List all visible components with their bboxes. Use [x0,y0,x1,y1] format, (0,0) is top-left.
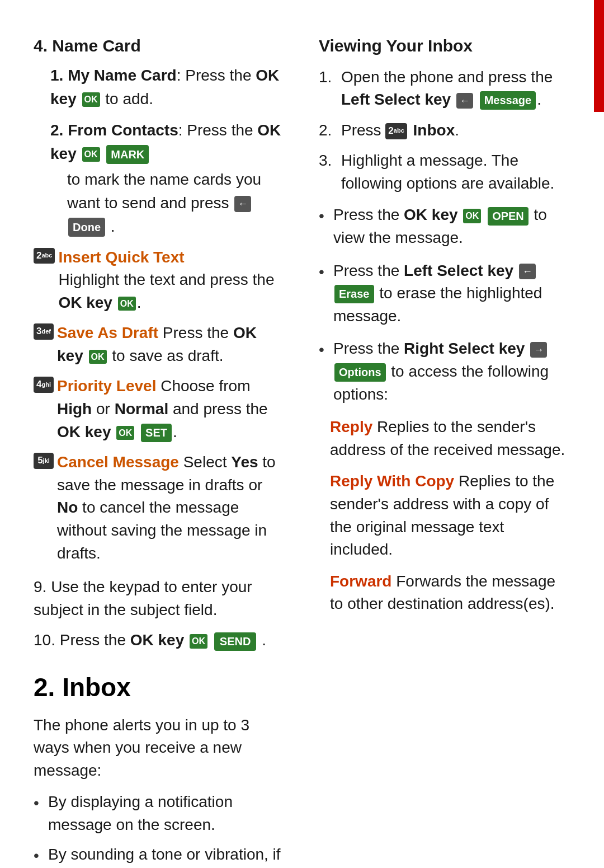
insert-quick-text-content: Insert Quick Text Highlight the text and… [58,246,285,315]
inbox-bullet-list: • By displaying a notification message o… [34,791,285,868]
item1-bold-label: My Name Card [68,67,177,84]
ok-badge-10: OK [190,634,207,648]
cancel-message-item: 5jkl Cancel Message Select Yes to save t… [34,451,285,565]
viewing-inbox-heading: Viewing Your Inbox [319,34,570,58]
inbox-bullet-1-text: By displaying a notification message on … [48,791,285,836]
priority-level-item: 4ghi Priority Level Choose from High or … [34,375,285,443]
right-column: Viewing Your Inbox 1. Open the phone and… [319,34,570,868]
inbox-intro: The phone alerts you in up to 3 ways whe… [34,714,285,782]
reply-title-1: Reply [330,418,372,435]
bullet-dot-1: • [34,792,41,815]
inbox-bullet-1: • By displaying a notification message o… [34,791,285,836]
ok-badge-view: OK [463,209,481,223]
viewing-step-2: 2. Press 2abc Inbox. [319,119,570,142]
item1-rest: to add. [101,90,153,107]
viewing-bullet-1-text: Press the OK key OK OPEN to view the mes… [333,204,570,249]
inbox-section: 2. Inbox The phone alerts you in up to 3… [34,669,285,868]
viewing-inbox-steps: 1. Open the phone and press the Left Sel… [319,66,570,195]
step3-text: Highlight a message. The following optio… [341,149,570,195]
name-card-item-2: 2. From Contacts: Press the OK key OK MA… [34,119,285,238]
reply-item-1: Reply Replies to the sender's address of… [319,416,570,461]
inbox-bullet-2: • By sounding a tone or vibration, if se… [34,843,285,868]
left-column: 4. Name Card 1. My Name Card: Press the … [34,34,285,868]
name-card-heading: 4. Name Card [34,34,285,58]
insert-quick-text-desc: Highlight the text and press the OK key … [58,269,285,314]
viewing-bullet-3-text: Press the Right Select key → Options to … [333,337,570,406]
viewing-bullet-3: • Press the Right Select key → Options t… [319,337,570,406]
right-arrow-options: → [530,342,547,358]
insert-quick-text-num-badge: 2abc [34,248,55,264]
item2-continuation: to mark the name cards you want to send … [50,168,285,238]
inbox-heading: 2. Inbox [34,669,285,706]
step10-num: 10. [34,631,60,649]
left-arrow-erase: ← [519,264,536,279]
options-badge: Options [334,363,386,382]
viewing-bullet-2-text: Press the Left Select key ← Erase to era… [333,260,570,328]
step2-text: Press 2abc Inbox. [341,119,459,142]
step10-text: Press the OK key OK SEND . [60,631,266,649]
left-arrow-msg: ← [456,93,473,109]
mark-badge: MARK [106,145,149,164]
item2-bold-label: From Contacts [68,121,178,139]
reply-title-2: Reply With Copy [330,472,454,490]
bullet-dot-v2: • [319,261,327,284]
cancel-message-label: Cancel Message [57,453,179,471]
item2-num: 2. [50,121,68,139]
viewing-bullet-1: • Press the OK key OK OPEN to view the m… [319,204,570,249]
viewing-step-3: 3. Highlight a message. The following op… [319,149,570,195]
viewing-step-1: 1. Open the phone and press the Left Sel… [319,66,570,111]
name-card-section: 4. Name Card 1. My Name Card: Press the … [34,34,285,565]
step9-num: 9. [34,578,51,595]
inbox-bullet-2-text: By sounding a tone or vibration, if set. [48,843,285,868]
reply-item-3: Forward Forwards the message to other de… [319,570,570,616]
priority-level-content: Priority Level Choose from High or Norma… [57,375,285,443]
name-card-item-1: 1. My Name Card: Press the OK key OK to … [34,64,285,111]
step-10: 10. Press the OK key OK SEND . [34,629,285,652]
message-badge: Message [480,91,536,110]
done-badge: Done [68,218,105,237]
bullet-dot-v3: • [319,339,327,362]
viewing-inbox-bullets: • Press the OK key OK OPEN to view the m… [319,204,570,406]
red-bar-decoration [594,0,604,112]
step2-num-badge: 2abc [385,123,407,139]
ok-badge-1: OK [82,92,100,107]
ok-badge-pl: OK [116,426,134,440]
step1-num: 1. [319,66,336,89]
bullet-dot-2: • [34,844,41,867]
save-as-draft-label: Save As Draft [57,324,158,341]
step1-text: Open the phone and press the Left Select… [341,66,570,111]
save-as-draft-content: Save As Draft Press the OK key OK to sav… [57,322,285,367]
send-badge: SEND [214,632,257,651]
viewing-bullet-2: • Press the Left Select key ← Erase to e… [319,260,570,328]
priority-level-label: Priority Level [57,377,156,395]
reply-options-section: Reply Replies to the sender's address of… [319,416,570,616]
content-columns: 4. Name Card 1. My Name Card: Press the … [34,34,570,868]
insert-quick-text-item: 2abc Insert Quick Text Highlight the tex… [34,246,285,315]
cancel-message-num-badge: 5jkl [34,453,54,469]
step2-num: 2. [319,119,336,142]
cancel-message-content: Cancel Message Select Yes to save the me… [57,451,285,565]
step3-num: 3. [319,149,336,172]
left-arrow-done: ← [234,196,251,212]
reply-title-3: Forward [330,573,391,590]
insert-quick-text-label: Insert Quick Text [58,248,184,266]
page: 4. Name Card 1. My Name Card: Press the … [0,0,604,868]
set-badge: SET [141,424,172,442]
priority-level-num-badge: 4ghi [34,377,54,393]
reply-item-2: Reply With Copy Replies to the sender's … [319,470,570,561]
ok-badge-iqt: OK [118,297,136,311]
step9-text: Use the keypad to enter your subject in … [34,578,252,618]
save-as-draft-item: 3def Save As Draft Press the OK key OK t… [34,322,285,367]
save-as-draft-num-badge: 3def [34,323,54,340]
step-9: 9. Use the keypad to enter your subject … [34,576,285,621]
ok-badge-sad: OK [89,350,107,364]
item1-num: 1. [50,67,68,84]
open-badge: OPEN [488,207,528,226]
bullet-dot-v1: • [319,205,327,228]
erase-badge: Erase [334,285,374,303]
ok-badge-2: OK [82,147,100,162]
